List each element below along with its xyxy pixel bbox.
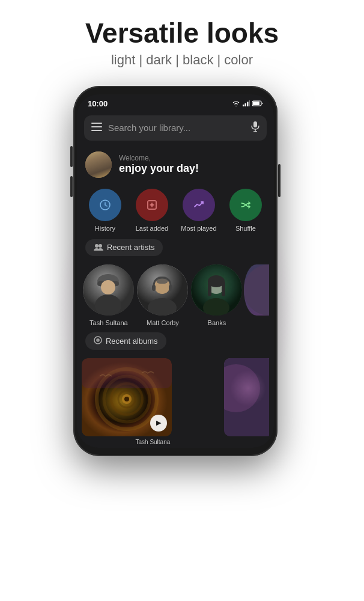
- status-icons: [232, 100, 263, 106]
- svg-point-26: [101, 280, 115, 294]
- albums-row: ▶ Tash Sultana: [77, 353, 274, 448]
- battery-icon: [252, 100, 263, 106]
- tash-name: Tash Sultana: [89, 319, 128, 326]
- svg-rect-6: [91, 123, 102, 124]
- svg-rect-5: [253, 102, 259, 105]
- svg-rect-31: [152, 285, 156, 291]
- mostplayed-icon-circle: [183, 189, 215, 221]
- status-time: 10:00: [88, 99, 108, 108]
- album-tash[interactable]: ▶ Tash Sultana: [82, 358, 224, 448]
- artist-banks[interactable]: Banks: [190, 264, 244, 326]
- svg-rect-37: [208, 281, 211, 296]
- svg-rect-1: [244, 103, 246, 106]
- mostplayed-label: Most played: [181, 225, 216, 232]
- album-partial: [224, 358, 269, 448]
- svg-rect-51: [82, 358, 172, 388]
- avatar: [85, 151, 112, 178]
- artist-matt-corby[interactable]: Matt Corby: [136, 264, 190, 326]
- shuffle-icon-circle: [229, 189, 262, 221]
- svg-rect-3: [249, 100, 250, 106]
- hamburger-icon[interactable]: [91, 123, 102, 133]
- recent-albums-chip[interactable]: Recent albums: [85, 332, 166, 350]
- recent-artists-label: Recent artists: [107, 243, 154, 252]
- svg-point-40: [244, 264, 269, 316]
- svg-point-12: [85, 151, 112, 178]
- shuffle-label: Shuffle: [235, 225, 256, 232]
- svg-rect-38: [222, 281, 225, 296]
- welcome-greeting: Welcome,: [119, 154, 199, 162]
- matt-avatar: [137, 264, 188, 316]
- page-title: Versatile looks: [85, 18, 279, 49]
- svg-point-27: [95, 294, 121, 316]
- phone-screen: 10:00: [77, 94, 274, 448]
- history-icon-circle: [89, 189, 121, 221]
- partial-avatar: [244, 264, 269, 316]
- matt-name: Matt Corby: [147, 319, 179, 326]
- artists-row: Tash Sultana: [77, 260, 274, 329]
- action-last-added[interactable]: Last added: [131, 189, 173, 232]
- phone-frame: 10:00: [73, 86, 278, 456]
- signal-icon: [243, 100, 250, 106]
- tash-avatar: [83, 264, 134, 316]
- album-title-tash: Tash Sultana: [82, 439, 224, 448]
- search-bar[interactable]: Search your library...: [84, 115, 267, 141]
- partial-album-cover: [224, 358, 269, 436]
- svg-point-21: [95, 244, 99, 248]
- svg-point-43: [97, 340, 99, 341]
- svg-line-17: [105, 205, 107, 206]
- banks-avatar: [191, 264, 242, 316]
- page-header: Versatile looks light | dark | black | c…: [73, 0, 291, 80]
- banks-name: Banks: [208, 319, 226, 326]
- lastadded-icon-circle: [136, 189, 168, 221]
- svg-rect-7: [91, 126, 102, 127]
- wifi-icon: [232, 100, 240, 106]
- artist-tash-sultana[interactable]: Tash Sultana: [82, 264, 136, 326]
- svg-rect-52: [224, 358, 269, 436]
- svg-rect-2: [247, 102, 249, 107]
- play-button-tash[interactable]: ▶: [150, 415, 167, 432]
- action-history[interactable]: History: [84, 189, 126, 232]
- svg-rect-32: [169, 285, 172, 291]
- recent-artists-chip[interactable]: Recent artists: [85, 239, 163, 256]
- svg-rect-0: [243, 105, 244, 106]
- history-label: History: [95, 225, 115, 232]
- page-subtitle: light | dark | black | color: [85, 52, 279, 68]
- phone-wrapper: 10:00: [73, 86, 278, 456]
- svg-point-14: [93, 166, 105, 175]
- svg-point-22: [99, 244, 102, 248]
- status-bar: 10:00: [77, 94, 274, 111]
- artists-chip-icon: [94, 243, 103, 252]
- svg-rect-9: [253, 121, 257, 127]
- welcome-text: Welcome, enjoy your day!: [119, 154, 199, 175]
- lastadded-label: Last added: [136, 225, 168, 232]
- artist-partial: [244, 264, 269, 326]
- svg-point-13: [95, 157, 102, 164]
- svg-rect-8: [91, 130, 102, 131]
- page-container: Versatile looks light | dark | black | c…: [73, 0, 291, 456]
- welcome-section: Welcome, enjoy your day!: [77, 145, 274, 183]
- search-placeholder: Search your library...: [108, 123, 245, 133]
- welcome-message: enjoy your day!: [119, 162, 199, 174]
- recent-albums-label: Recent albums: [106, 337, 158, 346]
- action-shuffle[interactable]: Shuffle: [225, 189, 267, 232]
- quick-actions: History Last added: [77, 183, 274, 236]
- action-most-played[interactable]: Most played: [178, 189, 220, 232]
- svg-point-53: [224, 364, 260, 412]
- albums-chip-icon: [94, 336, 102, 346]
- mic-icon[interactable]: [251, 121, 259, 135]
- album-cover-tash: ▶: [82, 358, 172, 436]
- svg-point-50: [124, 397, 129, 401]
